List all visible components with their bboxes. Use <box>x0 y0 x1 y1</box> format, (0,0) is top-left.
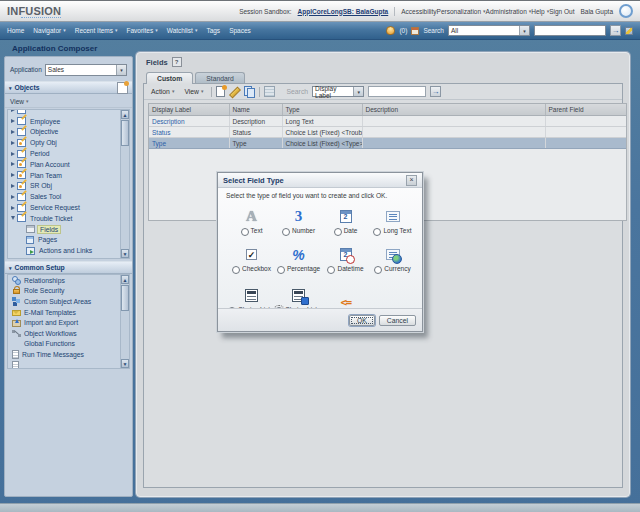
tree-collapsed-icon[interactable] <box>11 206 15 210</box>
duplicate-icon[interactable] <box>244 86 255 97</box>
tree-item-sr-obj[interactable]: SR Obj <box>11 181 129 192</box>
tree-item-period[interactable]: Period <box>11 148 129 159</box>
tree-item-item[interactable] <box>11 109 129 116</box>
nav-link-navigator[interactable]: Navigator▾ <box>33 27 65 34</box>
column-header-display-label[interactable]: Display Label <box>149 104 229 116</box>
tree-item-employee[interactable]: Employee <box>11 116 129 127</box>
common-setup-item-relationships[interactable]: Relationships <box>8 275 129 286</box>
common-setup-scrollbar[interactable]: ▲ ▼ <box>120 275 129 368</box>
nav-link-spaces[interactable]: Spaces <box>229 27 251 34</box>
application-select[interactable]: Sales ▾ <box>45 64 127 76</box>
tree-item-pages[interactable]: Pages <box>11 235 129 246</box>
tree-collapsed-icon[interactable] <box>11 162 15 166</box>
nav-link-favorites[interactable]: Favorites▾ <box>127 27 158 34</box>
common-setup-item-role-security[interactable]: Role Security <box>8 286 129 297</box>
tree-view-menu-button[interactable]: View ▾ <box>5 95 132 108</box>
session-sandbox-link[interactable]: ApplCoreLongSB: BalaGupta <box>298 8 389 15</box>
table-row-status[interactable]: StatusStatusChoice List (Fixed) <Trouble… <box>149 127 626 138</box>
tree-item-service-request[interactable]: Service Request <box>11 202 129 213</box>
scroll-down-icon[interactable]: ▼ <box>121 249 129 258</box>
tree-item-fields[interactable]: Fields <box>11 224 129 235</box>
tree-item-opty-obj[interactable]: Opty Obj <box>11 137 129 148</box>
nav-link-tags[interactable]: Tags <box>206 27 220 34</box>
tree-expanded-icon[interactable] <box>11 216 15 220</box>
column-header-name[interactable]: Name <box>229 104 282 116</box>
scrollbar-thumb[interactable] <box>121 285 129 311</box>
radio-currency[interactable] <box>374 266 382 274</box>
field-type-percentage[interactable]: %Percentage <box>275 236 322 274</box>
field-type-datetime[interactable]: 2Datetime <box>322 236 369 274</box>
tree-collapsed-icon[interactable] <box>11 119 15 123</box>
tree-collapsed-icon[interactable] <box>11 141 15 145</box>
topbar-link-accessibility[interactable]: Accessibility <box>401 8 436 15</box>
field-type-number[interactable]: 3Number <box>275 199 322 236</box>
new-object-icon[interactable] <box>117 82 128 94</box>
tree-collapsed-icon[interactable] <box>11 152 15 156</box>
scrollbar-thumb[interactable] <box>121 120 129 146</box>
nav-link-home[interactable]: Home <box>7 27 24 34</box>
tree-item-trouble-ticket[interactable]: Trouble Ticket <box>11 213 129 224</box>
tab-custom[interactable]: Custom <box>146 72 193 84</box>
close-icon[interactable]: × <box>406 175 417 186</box>
tree-collapsed-icon[interactable] <box>11 173 15 177</box>
topbar-link-sign-out[interactable]: Sign Out <box>549 8 574 15</box>
column-header-parent-field[interactable]: Parent Field <box>545 104 626 116</box>
common-setup-item-global-functions[interactable]: Global Functions <box>8 339 129 350</box>
tree-item-security[interactable]: Security <box>11 256 129 259</box>
tree-item-sales-tool[interactable]: Sales Tool <box>11 191 129 202</box>
ok-button[interactable]: OK <box>349 315 375 326</box>
common-setup-item-e-mail-templates[interactable]: E-Mail Templates <box>8 307 129 318</box>
column-header-type[interactable]: Type <box>282 104 362 116</box>
global-search-input[interactable] <box>534 25 606 36</box>
radio-checkbox[interactable] <box>232 266 240 274</box>
topbar-link-administration[interactable]: Administration▾ <box>486 8 532 15</box>
scroll-up-icon[interactable]: ▲ <box>121 110 129 119</box>
tree-item-plan-account[interactable]: Plan Account <box>11 159 129 170</box>
tree-collapsed-icon[interactable] <box>11 184 15 188</box>
view-menu-button[interactable]: View ▾ <box>181 87 206 96</box>
help-icon[interactable]: ? <box>172 57 182 67</box>
dialog-title-bar[interactable]: Select Field Type × <box>218 173 422 188</box>
user-avatar-icon[interactable] <box>619 4 633 18</box>
common-setup-item-run-time-messages[interactable]: Run Time Messages <box>8 349 129 360</box>
export-icon[interactable] <box>264 86 275 97</box>
radio-number[interactable] <box>282 228 290 236</box>
edit-icon[interactable] <box>229 86 240 97</box>
common-setup-item-import-and-export[interactable]: Import and Export <box>8 317 129 328</box>
tree-item-objective[interactable]: Objective <box>11 127 129 138</box>
search-go-button[interactable]: → <box>610 25 621 36</box>
tree-collapsed-icon[interactable] <box>11 195 15 199</box>
radio-datetime[interactable] <box>327 266 335 274</box>
common-setup-item-item[interactable] <box>8 360 129 369</box>
tree-item-plan-team[interactable]: Plan Team <box>11 170 129 181</box>
calendar-icon[interactable] <box>411 27 419 35</box>
radio-text[interactable] <box>241 228 249 236</box>
cancel-button[interactable]: Cancel <box>379 315 416 326</box>
create-icon[interactable] <box>216 86 225 97</box>
common-setup-item-custom-subject-areas[interactable]: Custom Subject Areas <box>8 296 129 307</box>
table-row-type[interactable]: TypeTypeChoice List (Fixed) <Type> <box>149 138 626 149</box>
tree-scrollbar[interactable]: ▲ ▼ <box>120 110 129 258</box>
radio-percentage[interactable] <box>277 266 285 274</box>
topbar-link-personalization[interactable]: Personalization▾ <box>437 8 486 15</box>
nav-link-watchlist[interactable]: Watchlist▾ <box>167 27 198 34</box>
search-scope-select[interactable]: All ▾ <box>448 25 530 36</box>
tree-item-actions-and-links[interactable]: Actions and Links <box>11 245 129 256</box>
action-menu-button[interactable]: Action ▾ <box>148 87 177 96</box>
field-type-date[interactable]: 2Date <box>322 199 369 236</box>
field-type-text[interactable]: AText <box>228 199 275 236</box>
field-type-currency[interactable]: Currency <box>369 236 416 274</box>
table-row-description[interactable]: DescriptionDescriptionLong Text <box>149 116 626 127</box>
topbar-link-help[interactable]: Help▾ <box>531 8 549 15</box>
field-type-long-text[interactable]: Long Text <box>369 199 416 236</box>
notifications-bell-icon[interactable] <box>386 26 395 35</box>
scroll-down-icon[interactable]: ▼ <box>121 359 129 368</box>
objects-section-header[interactable]: ▾ Objects <box>5 81 132 94</box>
table-search-go-button[interactable]: → <box>430 86 441 97</box>
nav-link-recent-items[interactable]: Recent Items▾ <box>75 27 118 34</box>
advanced-search-icon[interactable] <box>625 27 633 35</box>
field-type-checkbox[interactable]: ✓Checkbox <box>228 236 275 274</box>
search-field-select[interactable]: Display Label ▾ <box>312 86 364 97</box>
tree-collapsed-icon[interactable] <box>11 130 15 134</box>
table-search-input[interactable] <box>368 86 426 97</box>
